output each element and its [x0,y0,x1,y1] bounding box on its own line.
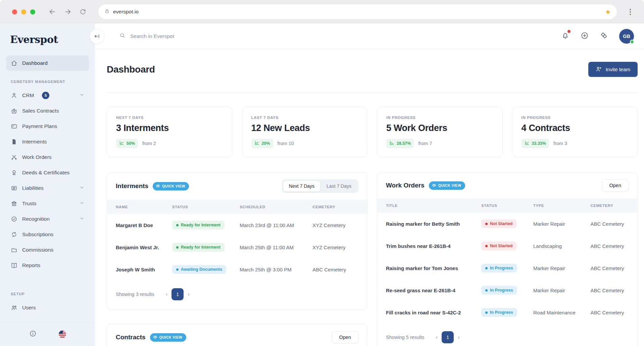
back-icon[interactable] [49,8,56,15]
trend-from-text: from 7 [418,141,432,146]
column-header[interactable]: CEMETERY [591,199,638,213]
address-bar[interactable]: everspot.io ★ [98,4,617,19]
sidebar-item-label: CRM [22,92,34,98]
avatar[interactable]: GB [619,29,634,44]
prev-page-button[interactable]: ‹ [432,334,442,341]
sidebar-item-crm[interactable]: CRM 5 [6,88,89,103]
sidebar-item-work-orders[interactable]: Work Orders [6,149,89,165]
refresh-icon [11,231,17,238]
open-contracts-button[interactable]: Open [332,331,358,343]
bookmark-star-icon[interactable]: ★ [605,9,611,15]
sidebar-item-reports[interactable]: Reports [6,258,89,273]
sidebar-item-sales-contracts[interactable]: Sales Contracts [6,103,89,119]
sidebar-item-label: Liabilities [22,185,44,191]
sidebar-item-commissions[interactable]: Commissions [6,242,89,258]
stat-card-interments[interactable]: NEXT 7 DAYS 3 Interments 50% from 2 [107,107,233,157]
forward-icon[interactable] [64,8,71,15]
date-range-toggle: Next 7 Days Last 7 Days [282,179,358,193]
prev-page-button[interactable]: ‹ [161,291,171,298]
invite-team-button[interactable]: Invite team [588,62,638,77]
status-badge: Not Started [481,219,516,228]
interments-table: NAME STATUS SCHEDULED CEMETERY Margaret … [107,200,367,280]
trend-from-text: from 3 [553,141,567,146]
trend-up-chart-icon [119,140,124,146]
table-row[interactable]: Re-seed grass near E-261B-4 In Progress … [377,279,637,301]
sidebar-item-trusts[interactable]: Trusts [6,196,89,211]
sidebar-item-liabilities[interactable]: Liabilities [6,180,89,196]
close-window-button[interactable] [12,9,17,14]
quick-view-badge: QUICK VIEW [429,181,465,190]
browser-chrome: everspot.io ★ ⋮ [0,0,644,24]
sidebar-item-label: Payment Plans [22,123,57,129]
sidebar-item-payment-plans[interactable]: Payment Plans [6,119,89,134]
page-number-button[interactable]: 1 [442,331,454,343]
reload-icon[interactable] [80,8,86,15]
table-row[interactable]: Margaret B Doe Ready for Interment March… [107,214,367,236]
tab-last-7-days[interactable]: Last 7 Days [320,180,357,192]
add-new-icon[interactable] [581,32,589,41]
browser-menu-icon[interactable]: ⋮ [627,8,634,16]
open-work-orders-button[interactable]: Open [602,179,629,191]
sidebar-item-label: Trusts [22,201,36,207]
table-row[interactable]: Trim bushes near E-261B-4 Not Started La… [377,235,637,257]
sidebar-item-dashboard[interactable]: Dashboard [6,55,89,71]
table-row[interactable]: Fill cracks in road near S-42C-2 In Prog… [377,301,637,323]
search-input[interactable] [130,33,238,39]
status-badge: Ready for Interment [172,221,225,229]
apps-diamond-icon[interactable] [600,32,608,41]
table-row[interactable]: Raising marker for Betty Smith Not Start… [377,213,637,235]
status-badge: In Progress [481,308,517,317]
sidebar-item-label: Dashboard [22,60,48,66]
stat-card-contracts[interactable]: IN PROGRESS 4 Contracts 33.33% from 3 [512,107,638,157]
quick-view-badge: QUICK VIEW [150,333,186,342]
next-page-button[interactable]: › [454,334,464,341]
stat-cards-row: NEXT 7 DAYS 3 Interments 50% from 2 LAST… [107,107,638,157]
url-text: everspot.io [113,9,139,15]
column-header[interactable]: CEMETERY [312,200,367,214]
column-header[interactable]: TYPE [533,199,591,213]
home-icon [11,60,17,67]
sidebar-item-subscriptions[interactable]: Subscriptions [6,227,89,242]
chevron-down-icon [80,201,84,207]
maximize-window-button[interactable] [30,9,35,14]
sidebar-item-users[interactable]: Users [6,300,89,315]
sidebar-item-interments[interactable]: Interments [6,134,89,149]
person-icon [11,92,17,99]
tab-next-7-days[interactable]: Next 7 Days [283,180,320,192]
collapse-sidebar-button[interactable] [90,29,104,44]
info-icon[interactable] [29,330,37,339]
trend-down-chart-icon [389,140,394,146]
sidebar-item-label: Sales Contracts [22,108,59,114]
stat-card-new-leads[interactable]: LAST 7 DAYS 12 New Leads 20% from 10 [242,107,368,157]
topbar: GB [95,24,644,49]
contracts-panel: Contracts QUICK VIEW Open [107,324,367,346]
trend-up-chart-icon [525,140,530,146]
stat-card-label: LAST 7 DAYS [251,116,358,120]
page-number-button[interactable]: 1 [171,288,184,300]
column-header[interactable]: STATUS [481,199,533,213]
minimize-window-button[interactable] [21,9,26,14]
work-orders-panel: Work Orders QUICK VIEW Open TITLE [377,172,638,346]
column-header[interactable]: SCHEDULED [240,200,312,214]
column-header[interactable]: NAME [107,200,172,214]
trend-badge: 50% [116,139,138,148]
trend-badge: 33.33% [522,139,549,148]
app-logo: Everspot [0,24,95,55]
book-icon [11,262,17,269]
stat-card-value: 5 Work Orders [386,123,493,133]
us-flag-icon[interactable] [59,331,66,338]
column-header[interactable]: STATUS [172,200,240,214]
table-row[interactable]: Raising marker for Tom Jones In Progress… [377,257,637,279]
table-row[interactable]: Joseph W Smith Awaiting Documents March … [107,258,367,280]
stat-card-work-orders[interactable]: IN PROGRESS 5 Work Orders 28.57% from 7 [377,107,503,157]
eye-icon [432,183,436,188]
column-header[interactable]: TITLE [377,199,481,213]
next-page-button[interactable]: › [184,291,194,298]
table-row[interactable]: Benjamin West Jr. Ready for Interment Ma… [107,236,367,258]
notifications-bell-icon[interactable] [561,32,569,41]
person-plus-icon [596,66,602,73]
sidebar-item-recognition[interactable]: Recognition [6,211,89,227]
sidebar-item-deeds-certificates[interactable]: Deeds & Certificates [6,165,89,180]
traffic-lights [12,9,35,14]
global-search[interactable] [119,32,238,40]
